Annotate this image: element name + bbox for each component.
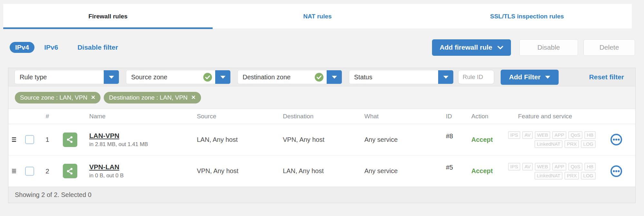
badge-qos: QoS xyxy=(568,131,582,139)
drag-handle-icon[interactable] xyxy=(12,137,16,142)
filter-chip-destination-zone[interactable]: Destination zone : LAN, VPN ✕ xyxy=(104,92,201,103)
destination-zone-label: Destination zone xyxy=(238,74,315,81)
drag-handle-icon[interactable] xyxy=(12,169,16,173)
rule-traffic: in 2.81 MB, out 1.41 MB xyxy=(89,141,191,148)
badge-web: WEB xyxy=(535,131,550,139)
tab-bar: Firewall rules NAT rules SSL/TLS inspect… xyxy=(3,4,632,29)
badge-av: AV xyxy=(522,163,533,171)
row-checkbox[interactable] xyxy=(25,135,34,144)
chevron-down-icon xyxy=(497,44,503,51)
badge-app: APP xyxy=(552,163,566,171)
rule-what: Any service xyxy=(360,167,441,175)
rule-name-link[interactable]: LAN-VPN xyxy=(89,132,119,140)
rule-type-label: Rule type xyxy=(15,74,104,81)
chevron-down-icon[interactable] xyxy=(327,70,342,84)
rule-position: 2 xyxy=(40,167,55,175)
toolbar-actions: Add firewall rule Disable Delete xyxy=(432,39,635,56)
check-circle-icon xyxy=(315,73,323,82)
header-number: # xyxy=(40,113,55,120)
reset-filter-link[interactable]: Reset filter xyxy=(589,73,624,81)
badge-linkednat: LinkedNAT xyxy=(534,140,562,148)
ellipsis-menu-icon[interactable] xyxy=(610,133,622,146)
header-action: Action xyxy=(468,113,504,120)
table-row: 2 VPN-LAN in 0 B, out 0 B VPN, Any host … xyxy=(8,155,635,187)
badge-hb: HB xyxy=(584,131,596,139)
row-checkbox[interactable] xyxy=(25,167,34,176)
add-filter-label: Add Filter xyxy=(509,73,541,81)
chevron-down-icon[interactable] xyxy=(104,70,119,84)
filter-bar: Rule type Source zone Destination zone S… xyxy=(8,68,635,86)
header-id: ID xyxy=(441,113,468,120)
ellipsis-menu-icon[interactable] xyxy=(610,165,622,177)
badge-log: LOG xyxy=(581,172,596,180)
rule-id: #8 xyxy=(441,124,468,140)
badge-av: AV xyxy=(522,131,533,139)
table-row: 1 LAN-VPN in 2.81 MB, out 1.41 MB LAN, A… xyxy=(8,124,635,155)
tab-nat-rules[interactable]: NAT rules xyxy=(213,4,422,29)
table-footer: Showing 2 of 2. Selected 0 xyxy=(8,187,635,203)
ipv4-toggle[interactable]: IPv4 xyxy=(10,42,34,53)
badge-prx: PRX xyxy=(564,172,579,180)
active-filter-chips: Source zone : LAN, VPN ✕ Destination zon… xyxy=(8,86,635,109)
tab-firewall-rules[interactable]: Firewall rules xyxy=(3,4,213,29)
ipv6-toggle[interactable]: IPv6 xyxy=(44,44,58,51)
badge-linkednat: LinkedNAT xyxy=(534,172,562,180)
badge-ips: IPS xyxy=(508,131,520,139)
delete-button[interactable]: Delete xyxy=(583,39,635,56)
feature-badges: IPS AV WEB APP QoS HB LinkedNAT PRX LOG xyxy=(504,163,610,180)
filter-chip-source-zone[interactable]: Source zone : LAN, VPN ✕ xyxy=(15,92,101,103)
disable-button[interactable]: Disable xyxy=(519,39,578,56)
rule-traffic: in 0 B, out 0 B xyxy=(89,172,191,179)
feature-badges: IPS AV WEB APP QoS HB LinkedNAT PRX LOG xyxy=(504,131,610,148)
header-feature-and-service: Feature and service xyxy=(504,113,610,120)
rule-action: Accept xyxy=(468,167,504,175)
filter-chip-label: Destination zone : LAN, VPN xyxy=(109,94,187,101)
badge-qos: QoS xyxy=(568,163,582,171)
rule-action: Accept xyxy=(468,136,504,143)
rule-type-dropdown[interactable]: Rule type xyxy=(14,70,119,84)
source-zone-label: Source zone xyxy=(126,74,203,81)
toolbar: IPv4 IPv6 Disable filter Add firewall ru… xyxy=(0,37,644,57)
close-icon[interactable]: ✕ xyxy=(191,95,196,100)
firewall-rules-panel: Rule type Source zone Destination zone S… xyxy=(8,68,636,203)
add-firewall-rule-label: Add firewall rule xyxy=(440,44,492,51)
tab-ssl-tls-inspection-rules[interactable]: SSL/TLS inspection rules xyxy=(422,4,632,29)
close-icon[interactable]: ✕ xyxy=(91,95,95,100)
rule-what: Any service xyxy=(360,136,441,143)
badge-ips: IPS xyxy=(508,163,520,171)
rule-position: 1 xyxy=(40,136,55,143)
badge-log: LOG xyxy=(581,140,596,148)
badge-app: APP xyxy=(552,131,566,139)
header-source: Source xyxy=(191,113,278,120)
status-dropdown[interactable]: Status xyxy=(349,70,454,84)
rule-name-link[interactable]: VPN-LAN xyxy=(89,163,119,171)
rule-source: VPN, Any host xyxy=(191,167,278,175)
rule-id-input[interactable] xyxy=(458,70,494,84)
header-destination: Destination xyxy=(278,113,360,120)
rule-source: LAN, Any host xyxy=(191,136,278,143)
check-circle-icon xyxy=(203,73,212,82)
badge-prx: PRX xyxy=(564,140,579,148)
table-header-row: # Name Source Destination What ID Action… xyxy=(8,109,635,124)
chevron-down-icon[interactable] xyxy=(215,70,230,84)
row-count-summary: Showing 2 of 2. Selected 0 xyxy=(15,191,91,199)
rule-id: #5 xyxy=(441,155,468,171)
share-icon[interactable] xyxy=(63,133,77,147)
filter-chip-label: Source zone : LAN, VPN xyxy=(20,94,87,101)
badge-hb: HB xyxy=(584,163,596,171)
header-what: What xyxy=(360,113,441,120)
add-firewall-rule-button[interactable]: Add firewall rule xyxy=(432,39,511,56)
destination-zone-dropdown[interactable]: Destination zone xyxy=(237,70,342,84)
chevron-down-icon[interactable] xyxy=(438,70,453,84)
badge-web: WEB xyxy=(535,163,550,171)
add-filter-button[interactable]: Add Filter xyxy=(501,70,559,85)
source-zone-dropdown[interactable]: Source zone xyxy=(126,70,231,84)
share-icon[interactable] xyxy=(63,164,77,178)
status-label: Status xyxy=(349,74,438,81)
rule-destination: VPN, Any host xyxy=(278,136,360,143)
header-name: Name xyxy=(85,113,191,120)
chevron-down-icon xyxy=(545,76,550,79)
disable-filter-link[interactable]: Disable filter xyxy=(77,44,118,51)
rule-destination: LAN, Any host xyxy=(278,167,360,175)
